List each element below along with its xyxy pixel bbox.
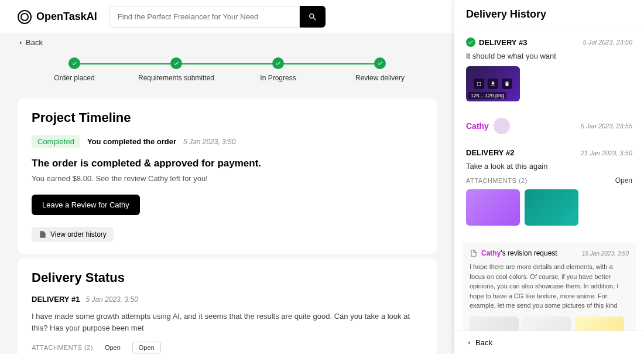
d2-attachment-1[interactable] bbox=[466, 189, 520, 226]
chevron-left-icon bbox=[466, 340, 472, 346]
delivery-body: I have made some growth attempts using A… bbox=[32, 311, 423, 333]
delivery-2-date: 21 Jan 2023, 3:50 bbox=[581, 149, 632, 156]
project-timeline-card: Project Timeline Completed You completed… bbox=[18, 98, 437, 254]
step-in-progress: In Progress bbox=[227, 57, 329, 82]
check-icon bbox=[71, 60, 77, 66]
chevron-left-icon bbox=[18, 40, 23, 46]
d2-attachments-label: ATTACHMENTS (2) bbox=[466, 177, 527, 184]
delivery-3-body: It should be what you want bbox=[466, 52, 632, 60]
delivery-history-panel: Delivery History DELIVERY #3 5 Jul 2023,… bbox=[454, 0, 644, 354]
delivery-3-label: DELIVERY #3 bbox=[479, 38, 527, 47]
check-icon bbox=[275, 60, 281, 66]
back-label: Back bbox=[26, 38, 43, 47]
delivery-2-body: Take a look at this again bbox=[466, 162, 632, 171]
check-icon bbox=[173, 60, 179, 66]
user-row: Cathy 5 Jan 2023, 23:55 bbox=[454, 112, 644, 140]
app-header: OpenTaskAI bbox=[0, 0, 454, 33]
search-input[interactable] bbox=[109, 6, 300, 28]
delivery-status-card: Delivery Status DELIVERY #1 5 Jan 2023, … bbox=[18, 258, 437, 354]
revision-date: 15 Jan 2023, 3:50 bbox=[582, 250, 629, 257]
d2-open-button[interactable]: Open bbox=[615, 176, 632, 185]
completion-headline: The order is completed & approved for pa… bbox=[32, 158, 423, 169]
delivery-status-title: Delivery Status bbox=[32, 270, 423, 285]
brand-logo[interactable]: OpenTaskAI bbox=[18, 10, 97, 24]
revision-user[interactable]: Cathy bbox=[481, 249, 501, 257]
delivery-date: 5 Jan 2023, 3:50 bbox=[85, 295, 138, 304]
delivery-number: DELIVERY #1 bbox=[32, 295, 80, 304]
status-date: 5 Jan 2023, 3:50 bbox=[183, 138, 235, 146]
view-order-history-button[interactable]: View order history bbox=[32, 227, 114, 242]
avatar[interactable] bbox=[494, 118, 510, 134]
attachments-label: ATTACHMENTS (2) bbox=[32, 344, 93, 351]
open-tag[interactable]: Open bbox=[99, 342, 126, 353]
earned-message: You earned $8.00. See the review Cathy l… bbox=[32, 174, 423, 183]
leave-review-button[interactable]: Leave a Review for Cathy bbox=[32, 195, 140, 215]
delivery-3-date: 5 Jul 2023, 23:50 bbox=[583, 39, 632, 46]
delivery-2-label: DELIVERY #2 bbox=[466, 148, 514, 157]
document-icon bbox=[39, 230, 47, 239]
timeline-title: Project Timeline bbox=[32, 110, 423, 125]
panel-title: Delivery History bbox=[454, 0, 644, 29]
panel-back-label: Back bbox=[475, 338, 492, 347]
check-badge-icon bbox=[466, 38, 475, 47]
check-icon bbox=[377, 60, 383, 66]
user-name[interactable]: Cathy bbox=[466, 121, 489, 131]
delivery-3-block: DELIVERY #3 5 Jul 2023, 23:50 It should … bbox=[454, 29, 644, 112]
thumb-filename: 12s....129.png bbox=[468, 92, 506, 99]
delivery-2-block: DELIVERY #2 21 Jan 2023, 3:50 Take a loo… bbox=[454, 140, 644, 236]
progress-steps: Order placed Requirements submitted In P… bbox=[0, 52, 454, 94]
step-review-delivery: Review delivery bbox=[329, 57, 431, 82]
delete-icon[interactable] bbox=[502, 79, 512, 89]
open-button[interactable]: Open bbox=[132, 342, 161, 353]
step-order-placed: Order placed bbox=[23, 57, 125, 82]
revision-body: I hope there are more details and elemen… bbox=[470, 262, 629, 311]
status-text: You completed the order bbox=[87, 137, 176, 146]
d2-attachment-2[interactable] bbox=[525, 189, 578, 226]
search-icon bbox=[308, 12, 317, 22]
expand-icon[interactable] bbox=[474, 79, 484, 89]
user-date: 5 Jan 2023, 23:55 bbox=[581, 122, 632, 130]
step-requirements: Requirements submitted bbox=[125, 57, 227, 82]
delivery-3-attachment[interactable]: 12s....129.png bbox=[466, 66, 520, 101]
search-button[interactable] bbox=[300, 6, 326, 28]
revision-suffix: 's revision request bbox=[501, 249, 557, 257]
back-link[interactable]: Back bbox=[0, 33, 454, 52]
download-icon[interactable] bbox=[488, 79, 498, 89]
status-badge: Completed bbox=[32, 135, 80, 148]
panel-back-button[interactable]: Back bbox=[454, 331, 644, 354]
note-icon bbox=[470, 249, 478, 257]
logo-icon bbox=[18, 10, 32, 24]
brand-name: OpenTaskAI bbox=[36, 11, 97, 23]
